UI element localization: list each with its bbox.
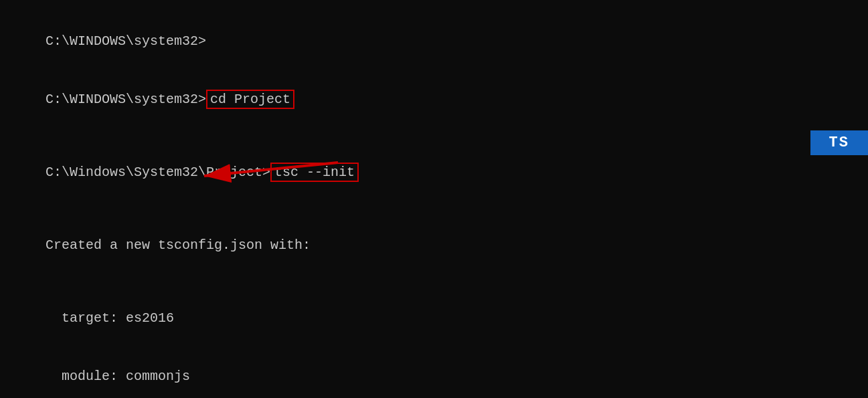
line1-text: C:\WINDOWS\system32>	[46, 33, 206, 49]
blank-1	[13, 128, 855, 143]
line-2: C:\WINDOWS\system32>cd Project	[13, 70, 855, 128]
line-module: module: commonjs	[13, 347, 855, 398]
ts-badge: TS	[810, 130, 868, 155]
line-target: target: es2016	[13, 289, 855, 347]
blank-2	[13, 201, 855, 216]
blank-3	[13, 274, 855, 289]
line-4: C:\Windows\System32\Project>tsc --init	[13, 143, 855, 201]
terminal-window: C:\WINDOWS\system32> C:\WINDOWS\system32…	[0, 0, 868, 398]
module-text: module: commonjs	[46, 369, 190, 384]
tsc-command-box: tsc --init	[270, 163, 359, 182]
line2-prefix: C:\WINDOWS\system32>	[46, 92, 206, 107]
target-text: target: es2016	[46, 310, 174, 326]
line-1: C:\WINDOWS\system32>	[13, 12, 855, 70]
ts-badge-label: TS	[829, 134, 849, 151]
line4-prefix: C:\Windows\System32\Project>	[46, 165, 270, 180]
cd-command-box: cd Project	[206, 90, 294, 109]
created-text: Created a new tsconfig.json with:	[46, 237, 311, 253]
line-created: Created a new tsconfig.json with:	[13, 216, 855, 274]
